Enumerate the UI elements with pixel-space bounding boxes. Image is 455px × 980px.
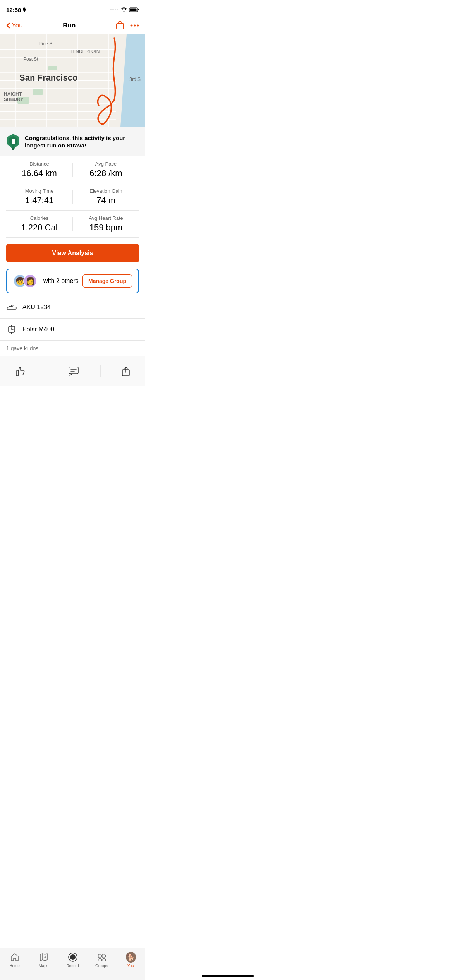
thumbs-up-icon [15,366,26,377]
gear-item-shoe: AKU 1234 [0,296,145,319]
share-icon [116,20,124,30]
city-label: San Francisco [19,73,77,83]
group-left: 🧒 👩 with 2 others [13,274,79,288]
dot3 [115,9,116,10]
stat-moving-time: Moving Time 1:47:41 [6,188,72,206]
elevation-label: Elevation Gain [89,188,122,194]
share-button[interactable] [116,20,124,31]
group-with-text: with 2 others [43,278,79,284]
tab-spacer [0,386,145,421]
calories-label: Calories [30,215,49,221]
wifi-icon [121,7,127,12]
shoe-name: AKU 1234 [22,304,51,311]
dot4 [117,9,118,10]
status-time: 12:58 [6,7,26,13]
comment-icon [68,366,79,376]
stats-container: Distance 16.64 km Avg Pace 6:28 /km Movi… [0,156,145,238]
gear-item-watch: Polar M400 [0,319,145,341]
tenderloin-label: TENDERLOIN [70,49,100,54]
nav-actions [116,20,139,31]
heart-rate-label: Avg Heart Rate [89,215,123,221]
stat-avg-pace: Avg Pace 6:28 /km [73,161,139,178]
more-button[interactable] [130,24,139,27]
moving-time-value: 1:47:41 [25,195,53,206]
map-container[interactable]: Pine St Post St TENDERLOIN HAIGHT-SHBURY… [0,34,145,127]
action-bar [0,356,145,386]
stats-row-1: Distance 16.64 km Avg Pace 6:28 /km [6,156,139,183]
stats-row-3: Calories 1,220 Cal Avg Heart Rate 159 bp… [6,211,139,238]
watch-icon [6,324,17,335]
comment-button[interactable] [59,363,88,379]
svg-rect-1 [138,9,139,10]
time-display: 12:58 [6,7,21,13]
shoe-icon [6,302,17,313]
group-section: 🧒 👩 with 2 others Manage Group [6,269,139,293]
view-analysis-label: View Analysis [52,250,93,257]
dot1 [110,9,112,10]
elevation-value: 74 m [96,195,115,206]
pine-st-label: Pine St [39,41,54,46]
manage-group-label: Manage Group [88,278,126,284]
divider-2 [100,365,101,377]
status-bar: 12:58 [0,0,145,17]
svg-point-5 [134,25,136,27]
more-icon [130,24,139,27]
distance-value: 16.64 km [22,168,57,178]
view-analysis-button[interactable]: View Analysis [6,244,139,262]
dot2 [112,9,114,10]
map-background: Pine St Post St TENDERLOIN HAIGHT-SHBURY… [0,34,145,127]
avg-pace-value: 6:28 /km [89,168,122,178]
svg-rect-38 [69,367,78,374]
svg-point-4 [130,25,132,27]
avatar-2: 👩 [23,274,37,288]
stat-elevation: Elevation Gain 74 m [73,188,139,206]
congrats-banner: Congratulations, this activity is your l… [0,127,145,156]
page-title: Run [63,22,76,29]
stat-calories: Calories 1,220 Cal [6,215,72,233]
svg-rect-2 [130,9,137,11]
moving-time-label: Moving Time [25,188,54,194]
3rd-st-label: 3rd S [129,77,141,82]
calories-value: 1,220 Cal [21,223,57,233]
stat-heart-rate: Avg Heart Rate 159 bpm [73,215,139,233]
kudos-section: 1 gave kudos [0,341,145,356]
battery-icon [129,7,139,12]
signal-dots [110,9,118,10]
share-action-button[interactable] [112,363,139,380]
status-icons [110,7,139,12]
haight-label: HAIGHT-SHBURY [4,91,23,102]
svg-rect-25 [33,89,43,95]
kudos-text: 1 gave kudos [6,345,38,351]
distance-label: Distance [29,161,49,167]
group-avatars: 🧒 👩 [13,274,37,288]
manage-group-button[interactable]: Manage Group [82,274,132,288]
avg-pace-label: Avg Pace [95,161,117,167]
kudos-button[interactable] [6,363,35,380]
svg-rect-29 [12,139,15,144]
nav-bar: You Run [0,17,145,34]
congrats-text: Congratulations, this activity is your l… [25,134,139,149]
divider-1 [47,365,47,377]
stats-row-2: Moving Time 1:47:41 Elevation Gain 74 m [6,183,139,211]
back-chevron-icon [6,22,10,29]
back-label: You [12,22,23,29]
stat-distance: Distance 16.64 km [6,161,72,178]
svg-marker-31 [12,148,15,150]
location-icon [22,7,26,12]
share-action-icon [122,366,130,377]
post-st-label: Post St [23,57,38,62]
back-button[interactable]: You [6,22,23,29]
svg-rect-37 [16,371,18,376]
svg-point-6 [137,25,139,27]
achievement-badge-icon [6,133,20,150]
heart-rate-value: 159 bpm [89,223,123,233]
svg-rect-26 [48,66,57,70]
watch-name: Polar M400 [22,326,54,333]
